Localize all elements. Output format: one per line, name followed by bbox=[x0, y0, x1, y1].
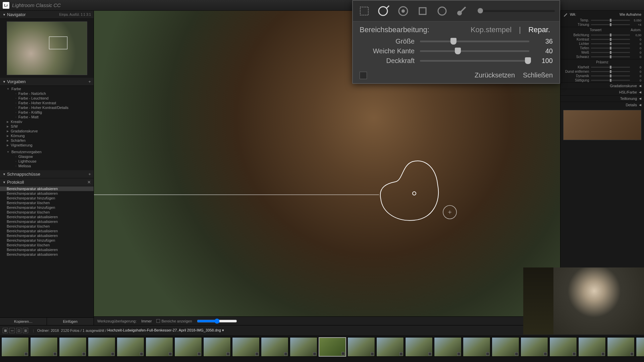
redeye-tool-icon[interactable] bbox=[396, 4, 410, 18]
vibrance-slider[interactable] bbox=[591, 75, 630, 76]
visualize-slider[interactable] bbox=[197, 318, 237, 324]
dehaze-slider[interactable] bbox=[591, 71, 630, 72]
size-slider[interactable] bbox=[420, 41, 529, 42]
filmstrip-thumb[interactable] bbox=[636, 337, 644, 357]
filmstrip-thumb[interactable] bbox=[1, 337, 29, 357]
panel-teiltonung[interactable]: Teiltonung◀ bbox=[560, 95, 644, 102]
radial-filter-icon[interactable] bbox=[435, 4, 449, 18]
panel-gradationskurve[interactable]: Gradationskurve◀ bbox=[560, 82, 644, 89]
exposure-slider[interactable] bbox=[591, 35, 630, 36]
compare-view-icon[interactable]: ◫ bbox=[16, 328, 21, 333]
loupe-view-icon[interactable]: ▭ bbox=[9, 328, 15, 333]
panel-hslfarbe[interactable]: HSL/Farbe◀ bbox=[560, 89, 644, 95]
spot-removal-tool-icon[interactable] bbox=[377, 4, 390, 18]
plus-icon[interactable]: + bbox=[88, 79, 91, 84]
filmstrip-thumb[interactable] bbox=[578, 337, 606, 357]
eyedropper-icon[interactable] bbox=[563, 12, 568, 17]
filmstrip-thumb[interactable] bbox=[319, 337, 346, 357]
highlights-slider[interactable] bbox=[591, 43, 630, 44]
history-item[interactable]: Bereichsreparatur löschen bbox=[0, 243, 94, 247]
filmstrip-thumb[interactable] bbox=[88, 337, 115, 357]
history-item[interactable]: Bereichsreparatur aktualisieren bbox=[0, 229, 94, 233]
history-item[interactable]: Bereichsreparatur aktualisieren bbox=[0, 215, 94, 219]
snapshots-header[interactable]: ▼ Schnappschüsse + bbox=[0, 170, 94, 178]
history-item[interactable]: Bereichsreparatur hinzufügen bbox=[0, 238, 94, 243]
clear-icon[interactable]: ✕ bbox=[87, 180, 91, 185]
preset-group[interactable]: ▶Gradationskurve bbox=[0, 129, 94, 133]
history-item[interactable]: Bereichsreparatur aktualisieren bbox=[0, 191, 94, 196]
filename[interactable]: Hochzeit-Ludwigshafen-Full-Benkesser-27.… bbox=[107, 328, 224, 333]
filmstrip-thumb[interactable] bbox=[492, 337, 519, 357]
tint-slider[interactable] bbox=[591, 24, 630, 25]
filmstrip-thumb[interactable] bbox=[607, 337, 635, 357]
close-button[interactable]: Schließen bbox=[523, 71, 553, 79]
filmstrip-thumb[interactable] bbox=[549, 337, 577, 357]
preset-group[interactable]: ▼Benutzervorgaben bbox=[0, 149, 94, 154]
filmstrip-thumb[interactable] bbox=[30, 337, 58, 357]
overlay-mode-value[interactable]: Immer bbox=[141, 319, 152, 323]
history-item[interactable]: Bereichsreparatur löschen bbox=[0, 210, 94, 215]
brush-preview-slider[interactable] bbox=[478, 10, 555, 12]
contrast-slider[interactable] bbox=[591, 39, 630, 40]
mode-heal[interactable]: Repar. bbox=[526, 25, 553, 34]
plus-icon[interactable]: + bbox=[88, 172, 91, 177]
filmstrip[interactable] bbox=[0, 335, 644, 362]
detail-preview[interactable] bbox=[563, 110, 641, 140]
panel-details[interactable]: Details◀ bbox=[560, 102, 644, 108]
history-item[interactable]: Bereichsreparatur aktualisieren bbox=[0, 186, 94, 191]
reset-button[interactable]: Zurücksetzen bbox=[475, 71, 515, 79]
filmstrip-thumb[interactable] bbox=[434, 337, 462, 357]
preset-item[interactable]: ▫Farbe - Natürlich bbox=[0, 91, 94, 96]
folder-label[interactable]: Ordner: 2018 bbox=[37, 328, 59, 333]
preset-item[interactable]: ▫Lighthouse bbox=[0, 159, 94, 164]
history-item[interactable]: Bereichsreparatur löschen bbox=[0, 200, 94, 205]
blacks-slider[interactable] bbox=[591, 56, 630, 57]
survey-view-icon[interactable]: ▥ bbox=[23, 328, 28, 333]
feather-slider[interactable] bbox=[420, 50, 529, 52]
preset-item[interactable]: ▫Melissa bbox=[0, 164, 94, 168]
history-item[interactable]: Bereichsreparatur löschen bbox=[0, 224, 94, 229]
preset-item[interactable]: ▫Farbe - Kräftig bbox=[0, 110, 94, 115]
checkbox-icon[interactable] bbox=[156, 319, 160, 323]
filmstrip-thumb[interactable] bbox=[290, 337, 317, 357]
navigator-thumbnail[interactable] bbox=[7, 21, 87, 75]
preset-item[interactable]: ▫Farbe - Leuchtend bbox=[0, 96, 94, 101]
temp-slider[interactable] bbox=[591, 20, 630, 21]
mode-clone[interactable]: Kop.stempel bbox=[468, 25, 514, 34]
preset-group[interactable]: ▶Schärfen bbox=[0, 138, 94, 143]
history-item[interactable]: Bereichsreparatur hinzufügen bbox=[0, 205, 94, 210]
filmstrip-thumb[interactable] bbox=[347, 337, 375, 357]
paste-button[interactable]: Einfügen bbox=[47, 318, 94, 325]
navigator-header[interactable]: ▼ Navigator Einpa. Ausfül. 1:1 3:1 bbox=[0, 11, 94, 19]
show-areas-toggle[interactable]: Bereiche anzeigen bbox=[156, 319, 192, 323]
shadows-slider[interactable] bbox=[591, 48, 630, 49]
preset-item[interactable]: ▫Farbe - Hoher Kontrast/Details bbox=[0, 105, 94, 110]
history-item[interactable]: Bereichsreparatur aktualisieren bbox=[0, 247, 94, 252]
preset-group[interactable]: ▶Vignettierung bbox=[0, 143, 94, 147]
clarity-slider[interactable] bbox=[591, 67, 630, 68]
preset-group[interactable]: ▶S/W bbox=[0, 124, 94, 129]
brush-cursor[interactable] bbox=[442, 204, 458, 220]
tool-toggle-switch[interactable] bbox=[360, 72, 367, 79]
history-item[interactable]: Bereichsreparatur aktualisieren bbox=[0, 252, 94, 257]
filmstrip-thumb[interactable] bbox=[59, 337, 87, 357]
filmstrip-thumb[interactable] bbox=[203, 337, 231, 357]
opacity-slider[interactable] bbox=[420, 60, 529, 62]
presets-header[interactable]: ▼ Vorgaben + bbox=[0, 78, 94, 86]
history-header[interactable]: ▼ Protokoll ✕ bbox=[0, 178, 94, 186]
filmstrip-thumb[interactable] bbox=[521, 337, 548, 357]
preset-group[interactable]: ▶Kreativ bbox=[0, 119, 94, 124]
filmstrip-thumb[interactable] bbox=[174, 337, 202, 357]
filmstrip-thumb[interactable] bbox=[232, 337, 260, 357]
navigator-zoom-levels[interactable]: Einpa. Ausfül. 1:1 3:1 bbox=[59, 13, 91, 16]
filmstrip-thumb[interactable] bbox=[261, 337, 288, 357]
copy-button[interactable]: Kopieren… bbox=[0, 318, 47, 325]
filmstrip-thumb[interactable] bbox=[146, 337, 173, 357]
grid-view-icon[interactable]: ▦ bbox=[3, 328, 8, 333]
whites-slider[interactable] bbox=[591, 52, 630, 53]
crop-tool-icon[interactable] bbox=[358, 4, 371, 18]
history-item[interactable]: Bereichsreparatur hinzufügen bbox=[0, 196, 94, 200]
wb-value[interactable]: Wie Aufnahme bbox=[620, 13, 641, 16]
preset-group[interactable]: ▼Farbe bbox=[0, 86, 94, 91]
history-item[interactable]: Bereichsreparatur aktualisieren bbox=[0, 219, 94, 224]
